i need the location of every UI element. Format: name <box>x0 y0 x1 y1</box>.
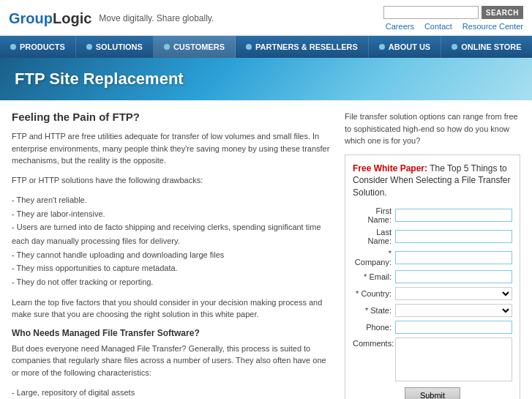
intro-para-1: FTP and HTTP are free utilities adequate… <box>12 130 333 167</box>
list-item: They do not offer tracking or reporting. <box>12 275 333 289</box>
nav-bullet-icon <box>164 44 170 50</box>
header-nav-links: Careers Contact Resource Center <box>386 22 523 31</box>
site-header: GroupLogic Move digitally. Share globall… <box>0 0 532 36</box>
country-row: * Country: United States Canada United K… <box>353 287 512 300</box>
nav-bullet-icon <box>10 44 16 50</box>
nav-about[interactable]: ABOUT US <box>369 36 441 58</box>
nav-online-store[interactable]: ONLINE STORE <box>441 36 532 58</box>
list-item: They cannot handle uploading and downloa… <box>12 248 333 262</box>
nav-partners[interactable]: PARTNERS & RESELLERS <box>236 36 369 58</box>
nav-bullet-icon <box>452 44 457 50</box>
country-label: * Country: <box>353 289 395 298</box>
header-right: SEARCH Careers Contact Resource Center <box>383 6 523 31</box>
site-logo[interactable]: GroupLogic <box>9 10 91 27</box>
tagline: Move digitally. Share globally. <box>99 13 214 23</box>
submit-button[interactable]: Submit <box>405 387 460 399</box>
list-item: They miss opportunities to capture metad… <box>12 261 333 275</box>
list-item: Users are turned into de facto shipping … <box>12 220 333 247</box>
learn-para: Learn the top five factors that you shou… <box>12 297 333 321</box>
list-item: They aren't reliable. <box>12 193 333 207</box>
firstname-input[interactable] <box>395 209 512 222</box>
email-label: * Email: <box>353 272 395 281</box>
nav-customers-label: CUSTOMERS <box>173 42 225 51</box>
lastname-label: Last Name: <box>353 228 395 245</box>
phone-row: Phone: <box>353 321 512 334</box>
firstname-label: First Name: <box>353 206 395 224</box>
comments-row: Comments: <box>353 338 512 381</box>
careers-link[interactable]: Careers <box>386 22 414 31</box>
nav-about-label: ABOUT US <box>389 42 430 51</box>
free-white-paper-label: Free White Paper: <box>353 163 427 174</box>
right-column: File transfer solution options can range… <box>345 111 520 399</box>
country-select[interactable]: United States Canada United Kingdom <box>395 287 512 300</box>
search-input[interactable] <box>383 6 479 19</box>
hero-banner: FTP Site Replacement <box>0 58 532 100</box>
who-heading: Who Needs Managed File Transfer Software… <box>12 328 333 338</box>
nav-products-label: PRODUCTS <box>20 42 65 51</box>
intro-para-2: FTP or HTTP solutions have the following… <box>12 174 333 187</box>
lastname-input[interactable] <box>395 230 512 243</box>
phone-input[interactable] <box>395 321 512 334</box>
email-row: * Email: <box>353 270 512 283</box>
whitepaper-form-box: Free White Paper: The Top 5 Things to Co… <box>345 154 520 400</box>
who-para: But does everyone need Managed File Tran… <box>12 343 333 379</box>
main-navigation: PRODUCTS SOLUTIONS CUSTOMERS PARTNERS & … <box>0 36 532 58</box>
nav-solutions-label: SOLUTIONS <box>96 42 143 51</box>
nav-bullet-icon <box>246 44 252 50</box>
phone-label: Phone: <box>353 323 395 332</box>
nav-bullet-icon <box>379 44 385 50</box>
logo-area: GroupLogic Move digitally. Share globall… <box>9 10 214 27</box>
comments-label: Comments: <box>353 338 395 348</box>
email-input[interactable] <box>395 270 512 283</box>
logo-logic: Logic <box>53 10 91 26</box>
contact-link[interactable]: Contact <box>424 22 452 31</box>
company-label: * Company: <box>353 249 395 266</box>
main-content: Feeling the Pain of FTP? FTP and HTTP ar… <box>0 100 532 399</box>
state-select[interactable]: California New York Texas <box>395 304 512 317</box>
company-input[interactable] <box>395 251 512 264</box>
nav-store-label: ONLINE STORE <box>461 42 521 51</box>
nav-partners-label: PARTNERS & RESELLERS <box>255 42 358 51</box>
resource-center-link[interactable]: Resource Center <box>462 22 523 31</box>
nav-customers[interactable]: CUSTOMERS <box>154 36 236 58</box>
company-row: * Company: <box>353 249 512 266</box>
nav-products[interactable]: PRODUCTS <box>0 36 76 58</box>
firstname-row: First Name: <box>353 206 512 224</box>
file-transfer-text: File transfer solution options can range… <box>345 111 520 147</box>
search-row: SEARCH <box>383 6 523 19</box>
list-item: Large, repository of digital assets <box>12 386 333 399</box>
characteristics-list: Large, repository of digital assets Prod… <box>12 386 333 399</box>
logo-group: Group <box>9 10 53 26</box>
comments-textarea[interactable] <box>395 338 512 381</box>
main-heading: Feeling the Pain of FTP? <box>12 111 333 123</box>
left-column: Feeling the Pain of FTP? FTP and HTTP ar… <box>12 111 333 399</box>
nav-solutions[interactable]: SOLUTIONS <box>76 36 154 58</box>
drawbacks-list: They aren't reliable. They are labor-int… <box>12 193 333 289</box>
list-item: They are labor-intensive. <box>12 207 333 221</box>
form-header: Free White Paper: The Top 5 Things to Co… <box>353 163 512 199</box>
state-row: * State: California New York Texas <box>353 304 512 317</box>
hero-title: FTP Site Replacement <box>15 70 517 89</box>
search-button[interactable]: SEARCH <box>482 6 523 19</box>
nav-bullet-icon <box>86 44 92 50</box>
state-label: * State: <box>353 306 395 315</box>
lastname-row: Last Name: <box>353 228 512 245</box>
